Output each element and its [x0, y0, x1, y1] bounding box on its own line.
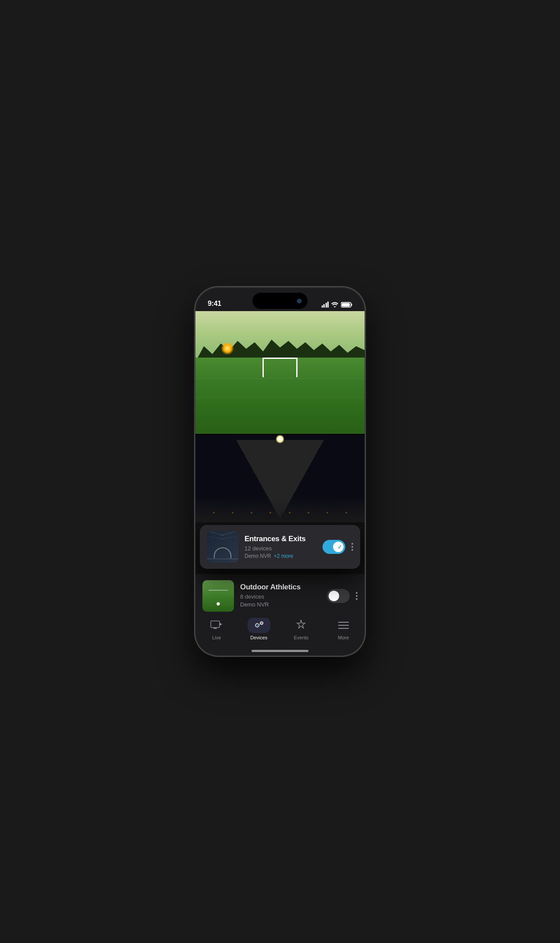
field-line-3 — [195, 412, 365, 412]
outdoor-athletics-toggle[interactable] — [327, 589, 350, 603]
svg-rect-2 — [342, 303, 350, 306]
outdoor-athletics-title: Outdoor Athletics — [240, 583, 321, 592]
entrances-more-menu[interactable] — [351, 543, 353, 551]
tab-live-label: Live — [212, 635, 221, 640]
outdoor-athletics-card[interactable]: Outdoor Athletics 8 devices Demo NVR — [195, 574, 365, 618]
oa-field-line — [209, 590, 227, 591]
dynamic-island — [252, 293, 308, 309]
sun-glow — [221, 342, 234, 355]
signal-icon — [322, 301, 329, 308]
thumb-line — [220, 531, 236, 535]
field-line-1 — [195, 379, 365, 379]
svg-line-10 — [259, 624, 260, 625]
live-icon — [210, 620, 223, 630]
oa-thumb-scene — [202, 580, 234, 612]
tab-bar: Live — [195, 612, 365, 656]
camera-feed-night[interactable] — [195, 435, 365, 522]
phone-frame: 9:41 — [195, 287, 365, 656]
phone-wrapper: 9:41 — [186, 267, 374, 676]
tab-events[interactable]: Events — [280, 616, 323, 640]
entrance-floor — [207, 559, 238, 559]
camera-feed-day[interactable] — [195, 311, 365, 434]
battery-icon — [341, 302, 352, 308]
entrances-more: +2 more — [274, 553, 293, 559]
tab-devices[interactable]: Devices — [238, 616, 280, 640]
signal-bar-1 — [322, 305, 323, 308]
night-fade — [195, 496, 365, 522]
thumb-line — [220, 536, 236, 539]
svg-rect-5 — [213, 628, 217, 629]
entrances-nvr: Demo NVR — [245, 553, 271, 559]
island-camera-dot — [297, 299, 301, 303]
outdoor-athletics-thumbnail — [202, 580, 234, 612]
field-scene — [195, 311, 365, 434]
tab-events-label: Events — [294, 635, 308, 640]
tab-devices-label: Devices — [250, 635, 267, 640]
live-icon-wrap — [205, 617, 228, 633]
events-icon-wrap — [290, 617, 312, 633]
entrances-thumbnail — [207, 531, 238, 563]
tab-more-label: More — [338, 635, 349, 640]
entrances-tags: Demo NVR +2 more — [245, 553, 316, 559]
svg-rect-3 — [211, 621, 220, 627]
oa-dot-2 — [356, 595, 358, 597]
status-time: 9:41 — [208, 300, 221, 308]
entrances-devices: 12 devices — [245, 545, 316, 552]
entrances-controls: ✓ — [323, 540, 353, 554]
oa-ball — [216, 602, 220, 606]
tab-live[interactable]: Live — [195, 616, 238, 640]
outdoor-athletics-nvr: Demo NVR — [240, 601, 321, 608]
svg-rect-1 — [351, 304, 352, 306]
entrances-exits-card[interactable]: Entrances & Exits 12 devices Demo NVR +2… — [200, 525, 360, 569]
more-icon-wrap — [332, 617, 355, 633]
signal-bar-3 — [326, 303, 327, 308]
svg-point-9 — [261, 623, 262, 624]
outdoor-athletics-controls — [327, 589, 358, 603]
wifi-icon — [331, 302, 338, 307]
tab-more[interactable]: More — [323, 616, 365, 640]
signal-bar-2 — [323, 304, 325, 308]
status-icons — [322, 301, 353, 308]
dot-2 — [351, 546, 353, 548]
entrances-info: Entrances & Exits 12 devices Demo NVR +2… — [245, 535, 316, 559]
events-icon — [296, 620, 306, 631]
home-indicator — [252, 650, 308, 652]
devices-icon-wrap — [248, 617, 270, 633]
outdoor-athletics-info: Outdoor Athletics 8 devices Demo NVR — [240, 583, 321, 609]
entrance-thumb-scene — [207, 531, 238, 563]
outdoor-athletics-more-menu[interactable] — [356, 592, 358, 600]
dot-3 — [351, 549, 353, 551]
entrance-arch — [214, 547, 231, 558]
goal-post — [262, 358, 298, 377]
oa-dot-1 — [356, 592, 358, 594]
svg-marker-4 — [220, 623, 222, 626]
entrances-title: Entrances & Exits — [245, 535, 316, 543]
toggle-checkmark: ✓ — [337, 544, 342, 550]
svg-point-7 — [256, 625, 258, 626]
entrances-toggle[interactable]: ✓ — [323, 540, 345, 554]
power-button[interactable] — [365, 371, 365, 410]
dot-1 — [351, 543, 353, 545]
content-area: Entrances & Exits 12 devices Demo NVR +2… — [195, 311, 365, 656]
signal-bar-4 — [327, 301, 329, 308]
more-icon — [338, 621, 349, 629]
outdoor-athletics-devices: 8 devices — [240, 593, 321, 600]
oa-dot-3 — [356, 598, 358, 600]
devices-icon — [253, 620, 265, 630]
field-line-2 — [195, 397, 365, 397]
